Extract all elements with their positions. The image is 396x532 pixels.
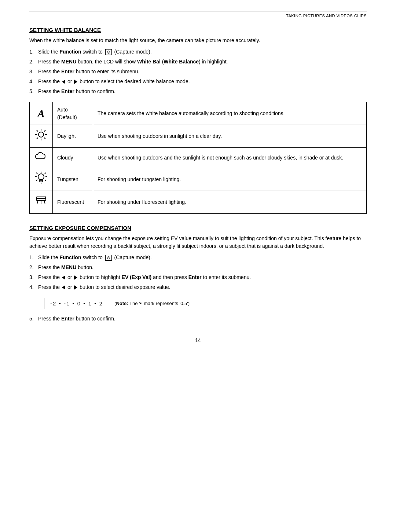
svg-line-8 [37, 138, 38, 139]
table-row: Daylight Use when shooting outdoors in s… [30, 125, 367, 148]
exposure-compensation-intro: Exposure compensation lets you change th… [29, 235, 367, 250]
arrow-right-icon-2 [74, 275, 77, 280]
wb-step-3: 3. Press the Enter button to enter its s… [29, 68, 367, 76]
wb-step-5: 5. Press the Enter button to confirm. [29, 88, 367, 95]
ec-step-1: 1. Slide the Function switch to ⊙ (Captu… [29, 254, 367, 261]
svg-point-0 [38, 132, 44, 137]
arrow-left-icon-2 [62, 275, 65, 280]
exposure-compensation-title: SETTING EXPOSURE COMPENSATION [29, 225, 367, 231]
page-header: TAKING PICTURES AND VIDEOS CLIPS [29, 11, 367, 18]
wb-icon-tungsten [30, 168, 53, 191]
ec-step5-list: 5. Press the Enter button to confirm. [29, 315, 367, 323]
white-balance-table: A Auto (Default) The camera sets the whi… [29, 102, 367, 214]
wb-desc-tungsten: For shooting under tungsten lighting. [93, 168, 367, 191]
wb-step-1: 1. Slide the Function switch to ⊙ (Captu… [29, 48, 367, 56]
ev-display-container: -2 • -1 • 0 • 1 • 2 (Note: The '•' mark … [44, 298, 367, 309]
svg-line-21 [36, 196, 37, 198]
wb-desc-auto: The camera sets the white balance automa… [93, 102, 367, 125]
exposure-compensation-section: SETTING EXPOSURE COMPENSATION Exposure c… [29, 225, 367, 323]
arrow-left-icon [62, 80, 65, 84]
table-row: Tungsten For shooting under tungsten lig… [30, 168, 367, 191]
svg-line-26 [44, 201, 45, 204]
svg-line-16 [36, 173, 37, 174]
exposure-steps: 1. Slide the Function switch to ⊙ (Captu… [29, 254, 367, 291]
svg-line-24 [37, 201, 38, 204]
ec-step-3: 3. Press the or button to highlight EV (… [29, 274, 367, 281]
table-row: A Auto (Default) The camera sets the whi… [30, 102, 367, 125]
white-balance-steps: 1. Slide the Function switch to ⊙ (Captu… [29, 48, 367, 95]
svg-line-17 [45, 180, 46, 181]
wb-name-cloudy: Cloudy [53, 148, 93, 168]
wb-step-2: 2. Press the MENU button, the LCD will s… [29, 58, 367, 66]
header-text: TAKING PICTURES AND VIDEOS CLIPS [286, 14, 367, 18]
white-balance-section: SETTING WHITE BALANCE When the white bal… [29, 27, 367, 214]
wb-name-auto: Auto (Default) [53, 102, 93, 125]
ec-step-5: 5. Press the Enter button to confirm. [29, 315, 367, 323]
svg-line-7 [44, 130, 46, 132]
svg-rect-11 [40, 181, 43, 182]
svg-point-9 [38, 174, 44, 180]
wb-name-tungsten: Tungsten [53, 168, 93, 191]
wb-name-fluorescent: Fluorescent [53, 191, 93, 214]
wb-desc-daylight: Use when shooting outdoors in sunlight o… [93, 125, 367, 148]
arrow-right-icon-3 [74, 285, 77, 290]
white-balance-title: SETTING WHITE BALANCE [29, 27, 367, 33]
wb-step-4: 4. Press the or button to select the des… [29, 78, 367, 85]
white-balance-intro: When the white balance is set to match t… [29, 37, 367, 44]
svg-line-18 [45, 173, 46, 174]
table-row: Cloudy Use when shooting outdoors and th… [30, 148, 367, 168]
svg-line-22 [45, 196, 46, 198]
ec-step-4: 4. Press the or button to select desired… [29, 283, 367, 291]
page-number: 14 [29, 337, 367, 343]
table-row: Fluorescent For shooting under fluoresce… [30, 191, 367, 214]
ev-display-box: -2 • -1 • 0 • 1 • 2 [44, 298, 109, 309]
svg-line-5 [37, 130, 38, 132]
wb-icon-fluorescent [30, 191, 53, 214]
capture-mode-icon-2: ⊙ [105, 255, 112, 261]
svg-rect-20 [36, 198, 46, 201]
wb-desc-fluorescent: For shooting under fluorescent lighting. [93, 191, 367, 214]
arrow-right-icon [74, 80, 77, 84]
wb-icon-daylight [30, 125, 53, 148]
wb-icon-cloudy [30, 148, 53, 168]
arrow-left-icon-3 [62, 285, 65, 290]
wb-icon-auto: A [30, 102, 53, 125]
ev-note: (Note: The '•' mark represents '0.5') [114, 301, 190, 306]
ec-step-2: 2. Press the MENU button. [29, 264, 367, 271]
svg-line-19 [36, 180, 37, 181]
svg-line-6 [44, 138, 46, 139]
capture-mode-icon-1: ⊙ [105, 49, 112, 55]
wb-name-daylight: Daylight [53, 125, 93, 148]
wb-desc-cloudy: Use when shooting outdoors and the sunli… [93, 148, 367, 168]
